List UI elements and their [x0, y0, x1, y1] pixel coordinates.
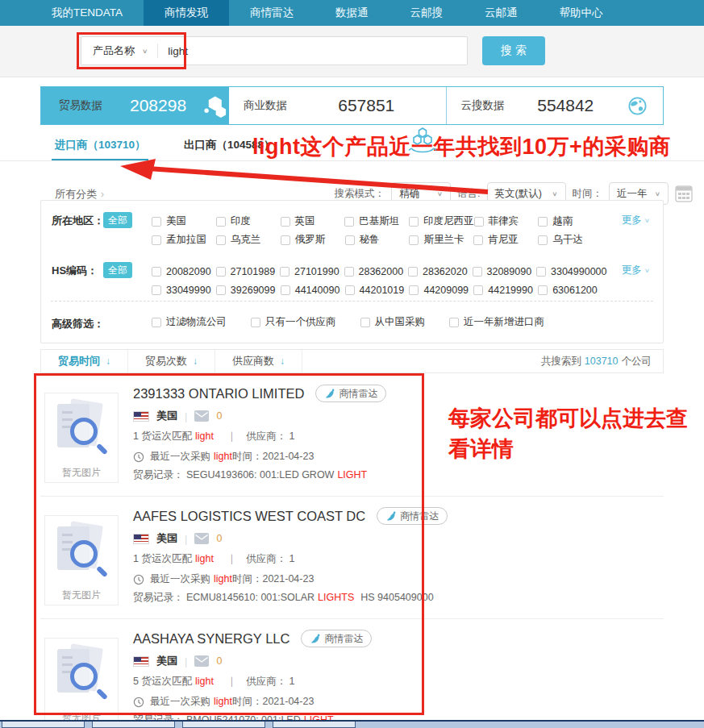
- search-button[interactable]: 搜 索: [482, 36, 545, 65]
- nav-item-radar[interactable]: 商情雷达: [229, 0, 315, 26]
- company-name[interactable]: AAFES LOGISTICS WEST COAST DC: [133, 509, 365, 524]
- company-thumbnail[interactable]: 暂无图片: [44, 515, 119, 605]
- region-checkbox[interactable]: 秘鲁: [345, 231, 410, 249]
- checkbox[interactable]: [473, 285, 483, 295]
- checkbox[interactable]: [216, 285, 226, 295]
- radar-button[interactable]: 商情雷达: [315, 385, 386, 402]
- region-checkbox[interactable]: 美国: [152, 212, 216, 231]
- checkbox[interactable]: [536, 267, 546, 277]
- region-checkbox[interactable]: 印度尼西亚: [409, 212, 474, 231]
- checkbox[interactable]: [538, 285, 548, 295]
- hs-checkbox[interactable]: 33049990: [152, 281, 216, 299]
- stat-trade-data[interactable]: 贸易数据 208298: [41, 87, 229, 124]
- checkbox[interactable]: [538, 235, 548, 245]
- advanced-checkbox[interactable]: 过滤物流公司: [152, 315, 227, 329]
- hs-checkbox[interactable]: 27101990: [280, 262, 344, 281]
- hs-checkbox[interactable]: 44209099: [409, 281, 473, 299]
- checkbox[interactable]: [473, 235, 483, 245]
- region-checkbox[interactable]: 乌干达: [538, 231, 602, 249]
- calendar-icon[interactable]: [675, 185, 693, 202]
- checkbox[interactable]: [408, 267, 418, 277]
- radar-button[interactable]: 商情雷达: [377, 507, 448, 525]
- search-box[interactable]: 产品名称 ∨ light: [81, 36, 468, 65]
- hs-more-link[interactable]: 更多∨: [622, 264, 650, 277]
- checkbox[interactable]: [409, 285, 419, 295]
- hs-checkbox[interactable]: 63061200: [538, 281, 602, 299]
- hs-checkbox[interactable]: 27101989: [216, 262, 281, 281]
- region-checkbox[interactable]: 乌克兰: [216, 231, 281, 249]
- hs-checkbox[interactable]: 44201019: [345, 281, 410, 299]
- radar-button[interactable]: 商情雷达: [301, 630, 372, 647]
- hs-checkbox[interactable]: 32089090: [473, 262, 537, 281]
- region-more-link[interactable]: 更多∨: [622, 214, 650, 227]
- company-thumbnail[interactable]: 暂无图片: [44, 393, 119, 483]
- search-input[interactable]: light: [158, 45, 188, 57]
- checkbox[interactable]: [344, 267, 354, 277]
- company-card[interactable]: 暂无图片 AAFES LOGISTICS WEST COAST DC 商情雷达 …: [40, 497, 664, 619]
- advanced-checkbox[interactable]: 从中国采购: [360, 315, 426, 329]
- search-category-select[interactable]: 产品名称 ∨: [81, 44, 157, 58]
- region-checkbox[interactable]: 菲律宾: [474, 212, 539, 231]
- taskbar-tab[interactable]: [182, 722, 265, 728]
- nav-item-mailsearch[interactable]: 云邮搜: [389, 0, 464, 26]
- checkbox[interactable]: [344, 217, 354, 227]
- hs-checkbox[interactable]: 3304990000: [536, 262, 602, 281]
- checkbox[interactable]: [449, 318, 459, 327]
- region-checkbox[interactable]: 孟加拉国: [152, 231, 216, 249]
- region-all-badge[interactable]: 全部: [103, 212, 132, 228]
- hs-checkbox[interactable]: 20082090: [152, 262, 216, 281]
- hs-checkbox[interactable]: 28362020: [408, 262, 473, 281]
- stat-cloud-search-data[interactable]: 云搜数据 554842: [446, 87, 664, 124]
- checkbox[interactable]: [251, 318, 260, 327]
- taskbar-tab[interactable]: [92, 722, 175, 728]
- checkbox[interactable]: [409, 217, 419, 227]
- checkbox[interactable]: [281, 285, 290, 295]
- company-name[interactable]: 2391333 ONTARIO LIMITED: [133, 386, 304, 401]
- region-checkbox[interactable]: 印度: [216, 212, 281, 231]
- hs-checkbox[interactable]: 39269099: [216, 281, 281, 299]
- nav-item-discovery[interactable]: 商情发现: [144, 0, 229, 26]
- checkbox[interactable]: [473, 267, 482, 277]
- region-checkbox[interactable]: 越南: [538, 212, 602, 231]
- company-card[interactable]: 暂无图片 AASHAYA SYNERGY LLC 商情雷达 美国 |: [40, 619, 664, 728]
- company-name[interactable]: AASHAYA SYNERGY LLC: [133, 631, 290, 647]
- taskbar-tab[interactable]: [2, 722, 85, 728]
- advanced-checkbox[interactable]: 近一年新增进口商: [449, 315, 544, 329]
- checkbox[interactable]: [345, 235, 355, 245]
- checkbox[interactable]: [216, 235, 226, 245]
- tab-importers[interactable]: 进口商（103710）: [55, 138, 146, 152]
- stat-business-data[interactable]: 商业数据 657851: [229, 87, 446, 124]
- nav-item-datatong[interactable]: 数据通: [315, 0, 389, 26]
- checkbox[interactable]: [280, 267, 290, 277]
- checkbox[interactable]: [345, 285, 355, 295]
- region-checkbox[interactable]: 英国: [281, 212, 345, 231]
- sort-by-trade-time[interactable]: 贸易时间 ↓: [41, 350, 128, 372]
- taskbar-tab[interactable]: [273, 722, 356, 728]
- checkbox[interactable]: [360, 318, 370, 327]
- advanced-checkbox[interactable]: 只有一个供应商: [251, 315, 336, 329]
- hs-all-badge[interactable]: 全部: [103, 262, 132, 278]
- company-thumbnail[interactable]: 暂无图片: [44, 638, 119, 728]
- region-checkbox[interactable]: 俄罗斯: [281, 231, 345, 249]
- checkbox[interactable]: [474, 217, 484, 227]
- checkbox[interactable]: [538, 217, 548, 227]
- checkbox[interactable]: [281, 217, 290, 227]
- checkbox[interactable]: [409, 235, 419, 245]
- checkbox[interactable]: [281, 235, 290, 245]
- hs-checkbox[interactable]: 44140090: [281, 281, 345, 299]
- region-checkbox[interactable]: 斯里兰卡: [409, 231, 473, 249]
- checkbox[interactable]: [152, 267, 161, 277]
- checkbox[interactable]: [152, 318, 161, 327]
- checkbox[interactable]: [152, 235, 161, 245]
- region-checkbox[interactable]: 肯尼亚: [473, 231, 538, 249]
- sort-by-trade-count[interactable]: 贸易次数 ↓: [128, 350, 215, 372]
- hs-checkbox[interactable]: 44219990: [473, 281, 538, 299]
- checkbox[interactable]: [216, 217, 226, 227]
- nav-item-my-tendata[interactable]: 我的TENDATA: [31, 0, 144, 26]
- region-checkbox[interactable]: 巴基斯坦: [344, 212, 409, 231]
- checkbox[interactable]: [152, 217, 161, 227]
- checkbox[interactable]: [152, 285, 161, 295]
- nav-item-mailtong[interactable]: 云邮通: [464, 0, 539, 26]
- checkbox[interactable]: [216, 267, 226, 277]
- hs-checkbox[interactable]: 28362000: [344, 262, 409, 281]
